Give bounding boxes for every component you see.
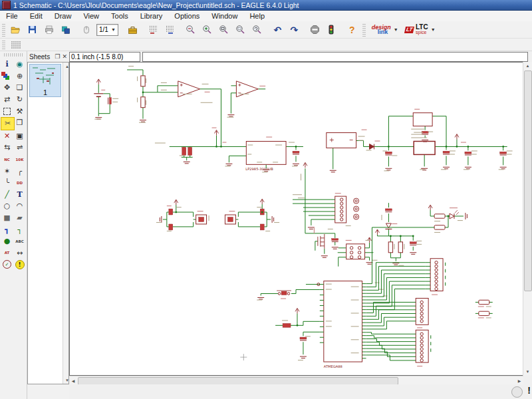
ltc-spice-dropdown[interactable]: LT LTC spice ▼ (405, 25, 436, 35)
tool-rotate-button[interactable]: ↻ (13, 94, 26, 106)
zoom-in-button[interactable] (200, 23, 215, 37)
menu-item-library[interactable]: Library (134, 11, 169, 21)
cut-icon: ✂ (5, 119, 11, 128)
tool-bus-button[interactable]: ┓ (1, 223, 13, 235)
symbol-layer (95, 76, 506, 358)
use-library-button[interactable] (125, 23, 140, 37)
tool-smash-button[interactable]: ✶ (1, 165, 13, 177)
tool-arc-button[interactable]: ◠ (13, 200, 26, 212)
tool-name-button[interactable]: NC (1, 154, 13, 166)
redo-button[interactable]: ↷ (287, 23, 302, 37)
schematic-drawing[interactable]: LP2985-3000UB ATMEGA88 (70, 63, 523, 375)
tool-move-button[interactable]: ✥ (1, 82, 13, 94)
tool-circle-button[interactable]: ○ (1, 200, 13, 212)
tool-rect-button[interactable]: ■ (1, 212, 13, 224)
menu-item-view[interactable]: View (77, 11, 105, 21)
tool-miter-button[interactable]: ╭ (13, 165, 26, 177)
toolbar-drag-handle[interactable] (2, 23, 5, 37)
tool-text-button[interactable]: T (13, 189, 26, 201)
horizontal-scrollbar[interactable]: ◀ ▶ (69, 376, 523, 385)
tool-paste-button[interactable]: ❒ (13, 117, 26, 129)
zoom-out-button[interactable] (183, 23, 198, 37)
tool-errors-button[interactable]: ! (13, 259, 26, 271)
chevron-down-icon: ▼ (394, 27, 398, 32)
tool-gateswap-button[interactable]: ⇌ (13, 142, 26, 154)
menu-item-draw[interactable]: Draw (49, 11, 78, 21)
stop-button[interactable] (307, 23, 323, 37)
tool-dimension-button[interactable]: ↔ (13, 247, 26, 259)
tool-polygon-button[interactable]: ▰ (13, 212, 26, 224)
tool-label-button[interactable]: ABC (13, 235, 26, 247)
zoom-redraw-button[interactable] (249, 23, 265, 37)
scroll-up-icon[interactable]: ▲ (523, 62, 532, 70)
tool-info-button[interactable]: i (1, 59, 13, 70)
switch-to-board-button[interactable] (58, 23, 73, 37)
errors-icon: ! (15, 260, 25, 269)
sheets-scrollbar[interactable]: ▲ ▼ (63, 63, 68, 384)
menu-item-tools[interactable]: Tools (105, 11, 134, 21)
vertical-scrollbar[interactable]: ▲ ▼ (523, 62, 532, 376)
tool-value-button[interactable]: 10K (13, 154, 26, 166)
tool-mark-button[interactable]: ⊕ (13, 70, 26, 82)
open-button[interactable] (8, 23, 23, 37)
run-script-button[interactable] (146, 23, 161, 37)
sheet-thumbnail-1[interactable]: 1 (29, 64, 61, 97)
tool-wire-button[interactable]: ╱ (1, 189, 13, 201)
zoom-fit-button[interactable] (216, 23, 231, 37)
app-icon (2, 1, 11, 9)
menu-item-window[interactable]: Window (205, 11, 243, 21)
chevron-down-icon: ▼ (431, 27, 436, 32)
vertical-scroll-thumb[interactable] (524, 70, 532, 291)
tool-pinswap-button[interactable]: ⇆ (1, 142, 13, 154)
schematic-canvas[interactable]: LP2985-3000UB ATMEGA88 (69, 62, 523, 376)
tool-erc-button[interactable]: ✓ (1, 259, 13, 271)
status-indicator (511, 386, 523, 398)
ltc-sub: spice (416, 30, 428, 35)
zoom-fit-icon (219, 25, 229, 35)
main-area: i◉⊕✥❏⇄↻⚒✂❒✕▣⇆⇌NC10K✶╭╰DD╱T○◠■▰┓┐●ABCAT↔✓… (0, 51, 532, 399)
tool-change-button[interactable]: ⚒ (13, 105, 26, 117)
menu-item-edit[interactable]: Edit (24, 11, 49, 21)
menu-item-file[interactable]: File (0, 11, 24, 21)
tool-net-button[interactable]: ┐ (13, 223, 26, 235)
undo-button[interactable]: ↶ (270, 23, 285, 37)
close-panel-icon[interactable]: ✕ (62, 53, 67, 60)
command-input[interactable] (142, 52, 528, 62)
design-link-dropdown[interactable]: design link ▼ (372, 25, 398, 35)
tool-mirror-button[interactable]: ⇄ (1, 94, 13, 106)
group-icon (3, 108, 11, 115)
scroll-down-icon[interactable]: ▼ (523, 368, 532, 376)
tool-invoke-button[interactable]: DD (13, 177, 26, 189)
toolbar-drag-handle-2[interactable] (362, 23, 366, 37)
sheet-selector[interactable]: 1/1 ▼ (96, 24, 118, 36)
tool-group-button[interactable] (1, 105, 13, 117)
tool-add-button[interactable]: ▣ (13, 130, 26, 142)
run-ulp-button[interactable] (162, 23, 178, 37)
tool-copy-button[interactable]: ❏ (13, 82, 26, 94)
name-icon: NC (4, 158, 10, 162)
script-ulp-icon (165, 25, 175, 35)
float-panel-icon[interactable]: ❐ (55, 53, 60, 60)
traffic-light-button[interactable] (324, 23, 339, 37)
help-button[interactable]: ? (344, 23, 360, 37)
tool-split-button[interactable]: ╰ (1, 177, 13, 189)
toolbar-drag-handle-3[interactable] (2, 40, 5, 49)
text-icon: T (17, 190, 22, 199)
save-button[interactable] (25, 23, 40, 37)
zoom-select-button[interactable] (233, 23, 248, 37)
tool-cut-button[interactable]: ✂ (1, 117, 15, 130)
palette-drag-handle[interactable] (4, 53, 23, 57)
tool-show-button[interactable]: ◉ (13, 59, 26, 70)
print-button[interactable] (41, 23, 57, 37)
menu-item-help[interactable]: Help (243, 11, 271, 21)
print-icon (45, 25, 54, 34)
redo-icon: ↷ (290, 25, 298, 35)
grid-button[interactable] (8, 38, 23, 52)
tool-attribute-button[interactable]: AT (1, 247, 13, 259)
invoke-icon: DD (17, 181, 23, 185)
tool-delete-button[interactable]: ✕ (1, 130, 13, 142)
tool-junction-button[interactable]: ● (1, 235, 13, 247)
menu-item-options[interactable]: Options (168, 11, 205, 21)
tool-display-button[interactable] (1, 70, 13, 82)
drop-panel-button[interactable] (78, 23, 94, 37)
